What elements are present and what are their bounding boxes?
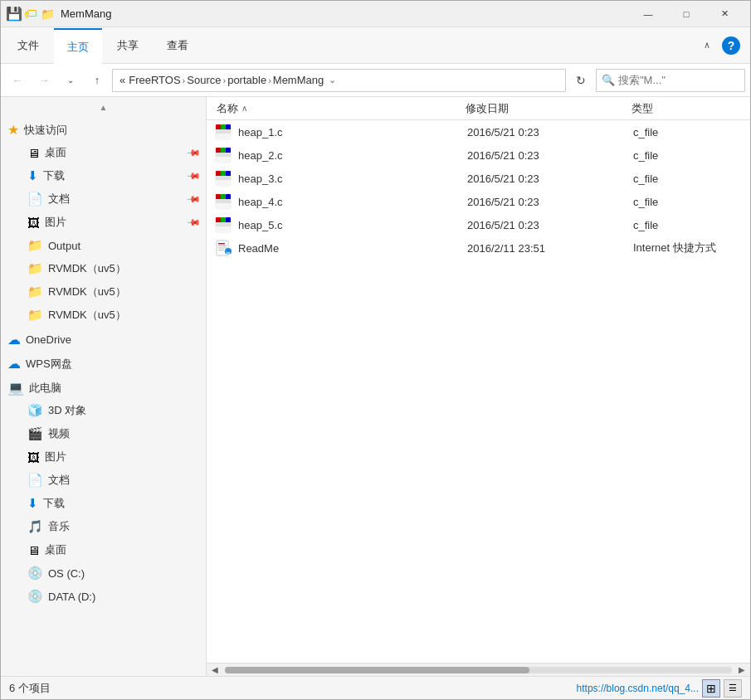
- forward-button[interactable]: →: [32, 69, 56, 92]
- maximize-button[interactable]: □: [667, 1, 705, 27]
- sidebar-section-wps[interactable]: ☁ WPS网盘: [1, 351, 206, 375]
- hscroll-left-button[interactable]: ◀: [208, 664, 222, 677]
- 3d-icon: 🧊: [27, 403, 43, 418]
- file-name-heap4: heap_4.c: [238, 196, 467, 208]
- sidebar-section-this-pc[interactable]: 💻 此电脑: [1, 375, 206, 399]
- sidebar: ▲ ★ 快速访问 🖥 桌面 📌 ⬇ 下载 📌 📄 文档 📌 🖼 图片 📌 📁: [1, 97, 207, 676]
- tab-home[interactable]: 主页: [54, 28, 102, 65]
- file-item-heap3[interactable]: heap_3.c 2016/5/21 0:23 c_file: [207, 167, 750, 190]
- file-type-heap1: c_file: [633, 126, 744, 139]
- svg-rect-23: [216, 203, 231, 209]
- tab-share[interactable]: 共享: [104, 27, 152, 64]
- search-input[interactable]: [618, 74, 751, 86]
- file-name-heap3: heap_3.c: [238, 173, 467, 185]
- readme-icon: ie: [213, 238, 233, 258]
- pin-icon: 📌: [185, 191, 201, 207]
- hscroll-right-button[interactable]: ▶: [735, 664, 749, 677]
- sidebar-item-rvmdk3[interactable]: 📁 RVMDK（uv5）: [1, 304, 206, 327]
- sidebar-item-music[interactable]: 🎵 音乐: [1, 515, 206, 538]
- svg-rect-29: [216, 226, 231, 232]
- hscroll-track[interactable]: [225, 667, 732, 673]
- file-item-heap2[interactable]: heap_2.c 2016/5/21 0:23 c_file: [207, 143, 750, 167]
- heap4-icon: [213, 192, 233, 211]
- sidebar-item-datadrive[interactable]: 💿 DATA (D:): [1, 585, 206, 608]
- file-date-readme: 2016/2/11 23:51: [467, 242, 633, 255]
- file-type-readme: Internet 快捷方式: [633, 241, 744, 255]
- svg-rect-1: [216, 124, 221, 130]
- svg-rect-7: [216, 148, 221, 153]
- title-bar-icons: 💾 🏷 📁: [7, 7, 54, 21]
- sidebar-scroll-up[interactable]: ▲: [1, 97, 206, 117]
- sidebar-item-docs[interactable]: 📄 文档: [1, 469, 206, 492]
- file-item-heap4[interactable]: heap_4.c 2016/5/21 0:23 c_file: [207, 190, 750, 213]
- sidebar-item-output[interactable]: 📁 Output: [1, 234, 206, 257]
- path-source: Source: [187, 74, 221, 86]
- sidebar-item-osdrive[interactable]: 💿 OS (C:): [1, 561, 206, 585]
- col-header-name[interactable]: 名称 ∧: [213, 101, 462, 116]
- sidebar-item-video[interactable]: 🎬 视频: [1, 422, 206, 445]
- col-header-type[interactable]: 类型: [628, 101, 744, 116]
- ribbon-collapse-button[interactable]: ∧: [695, 34, 719, 57]
- view-list-button[interactable]: ☰: [724, 679, 742, 698]
- heap2-icon: [213, 145, 233, 165]
- tab-view[interactable]: 查看: [154, 27, 202, 64]
- svg-rect-19: [216, 194, 221, 200]
- status-right: https://blog.csdn.net/qq_4... ⊞ ☰: [577, 679, 742, 698]
- sidebar-section-onedrive[interactable]: ☁ OneDrive: [1, 327, 206, 351]
- file-type-heap3: c_file: [633, 173, 744, 185]
- sidebar-item-desk[interactable]: 🖥 桌面: [1, 538, 206, 561]
- sidebar-item-3d[interactable]: 🧊 3D 对象: [1, 399, 206, 422]
- pics-icon: 🖼: [27, 450, 40, 464]
- sidebar-item-documents[interactable]: 📄 文档 📌: [1, 187, 206, 211]
- svg-rect-11: [216, 157, 231, 163]
- sidebar-item-desktop[interactable]: 🖥 桌面 📌: [1, 141, 206, 164]
- back-button[interactable]: ←: [6, 69, 29, 92]
- svg-rect-2: [221, 124, 226, 130]
- svg-rect-3: [226, 124, 231, 130]
- col-header-date[interactable]: 修改日期: [462, 101, 628, 116]
- address-path[interactable]: « FreeRTOS › Source › portable › MemMang…: [112, 69, 566, 92]
- sidebar-item-dl[interactable]: ⬇ 下载: [1, 492, 206, 515]
- path-dropdown-button[interactable]: ⌄: [324, 69, 340, 92]
- svg-rect-4: [216, 129, 231, 134]
- window-controls: — □ ✕: [629, 1, 744, 27]
- main-layout: ▲ ★ 快速访问 🖥 桌面 📌 ⬇ 下载 📌 📄 文档 📌 🖼 图片 📌 📁: [1, 97, 750, 676]
- path-portable: portable: [227, 74, 266, 86]
- desk-icon: 🖥: [27, 543, 40, 557]
- data-drive-icon: 💿: [27, 589, 43, 604]
- view-grid-button[interactable]: ⊞: [702, 679, 720, 698]
- minimize-button[interactable]: —: [629, 1, 667, 27]
- tab-file[interactable]: 文件: [4, 27, 52, 64]
- file-item-heap5[interactable]: heap_5.c 2016/5/21 0:23 c_file: [207, 213, 750, 236]
- close-button[interactable]: ✕: [705, 1, 744, 27]
- ribbon-help-button[interactable]: ?: [722, 36, 740, 55]
- svg-rect-27: [226, 217, 231, 223]
- sidebar-item-rvmdk2[interactable]: 📁 RVMDK（uv5）: [1, 280, 206, 304]
- file-item-heap1[interactable]: heap_1.c 2016/5/21 0:23 c_file: [207, 120, 750, 143]
- this-pc-icon: 💻: [7, 380, 24, 396]
- file-date-heap2: 2016/5/21 0:23: [467, 149, 633, 162]
- wps-cloud-label: WPS网盘: [26, 357, 72, 372]
- sidebar-item-pictures[interactable]: 🖼 图片 📌: [1, 211, 206, 234]
- up-button[interactable]: ↑: [85, 69, 109, 92]
- dropdown-nav-button[interactable]: ⌄: [59, 69, 82, 92]
- rvmdk2-folder-icon: 📁: [27, 284, 43, 299]
- svg-rect-22: [216, 199, 231, 203]
- onedrive-icon: ☁: [7, 332, 21, 348]
- sidebar-item-rvmdk1[interactable]: 📁 RVMDK（uv5）: [1, 257, 206, 280]
- sidebar-section-quick-access[interactable]: ★ 快速访问: [1, 117, 206, 141]
- horizontal-scrollbar[interactable]: ◀ ▶: [207, 663, 750, 676]
- svg-rect-8: [221, 148, 226, 153]
- address-bar: ← → ⌄ ↑ « FreeRTOS › Source › portable ›…: [1, 64, 750, 97]
- refresh-button[interactable]: ↻: [569, 69, 593, 92]
- file-date-heap3: 2016/5/21 0:23: [467, 173, 633, 185]
- sidebar-item-pics[interactable]: 🖼 图片: [1, 445, 206, 469]
- file-item-readme[interactable]: ie ReadMe 2016/2/11 23:51 Internet 快捷方式: [207, 236, 750, 260]
- sidebar-item-downloads[interactable]: ⬇ 下载 📌: [1, 164, 206, 187]
- heap5-icon: [213, 215, 233, 235]
- hscroll-thumb[interactable]: [225, 667, 529, 673]
- app-icon-save: 💾: [7, 7, 21, 21]
- file-name-readme: ReadMe: [238, 242, 467, 255]
- status-link[interactable]: https://blog.csdn.net/qq_4...: [577, 683, 699, 694]
- svg-rect-32: [218, 245, 227, 246]
